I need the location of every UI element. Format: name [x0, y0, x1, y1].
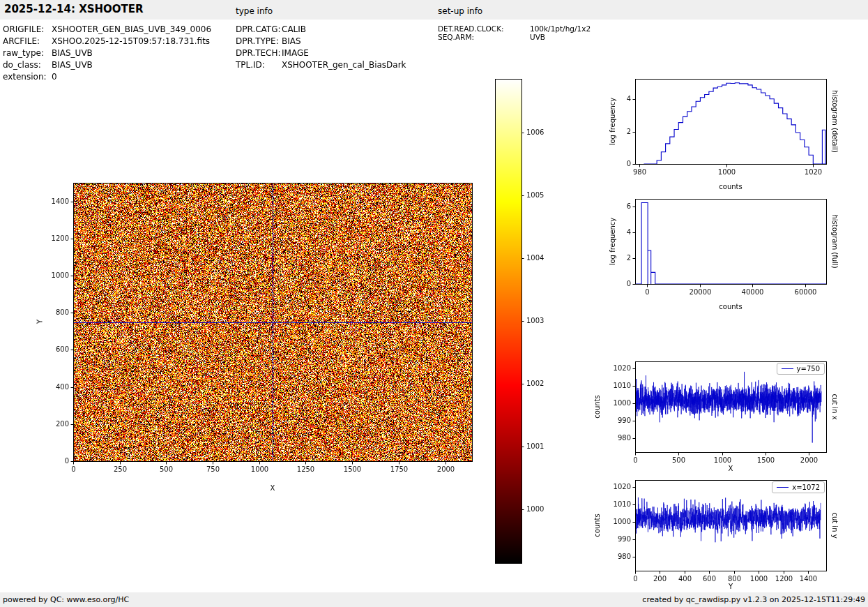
cut-in-x-legend: y=750 — [777, 363, 825, 375]
setup-info-heading: set-up info — [438, 6, 482, 16]
footer-bar: powered by QC: www.eso.org/HC created by… — [0, 592, 868, 607]
meta-row-doclass: do_class:BIAS_UVB — [3, 59, 211, 70]
meta-row-origfile: ORIGFILE:XSHOOTER_GEN_BIAS_UVB_349_0006 — [3, 23, 211, 35]
meta-label: extension: — [3, 72, 52, 82]
meta-value: BIAS_UVB — [52, 48, 93, 58]
meta-label: ARCFILE: — [3, 36, 52, 46]
meta-value: 0 — [52, 72, 57, 82]
meta-label: DPR.TYPE: — [236, 36, 282, 46]
cut-y-xaxis-label: Y — [729, 583, 733, 590]
hist-detail-xaxis-label: counts — [719, 183, 742, 190]
meta-row-rawtype: raw_type:BIAS_UVB — [3, 47, 211, 59]
image-yaxis-label: Y — [36, 320, 44, 324]
meta-row-extension: extension:0 — [3, 70, 211, 82]
header-bar: 2025-12-14: XSHOOTER type info set-up in… — [0, 0, 868, 20]
meta-label: SEQ.ARM: — [438, 33, 530, 41]
legend-line-icon — [777, 487, 789, 488]
meta-label: DPR.CATG: — [236, 24, 282, 34]
meta-value: XSHOO.2025-12-15T09:57:18.731.fits — [52, 36, 210, 46]
meta-row-seqarm: SEQ.ARM:UVB — [438, 33, 591, 41]
meta-value: CALIB — [282, 24, 306, 34]
meta-row-dprtech: DPR.TECH:IMAGE — [236, 47, 406, 59]
hist-detail-yaxis-label: log frequency — [609, 98, 616, 146]
footer-powered-by: powered by QC: www.eso.org/HC — [3, 595, 129, 604]
page-title: 2025-12-14: XSHOOTER — [4, 3, 144, 15]
cut-x-yaxis-label: counts — [593, 395, 601, 418]
cut-y-yaxis-label: counts — [593, 514, 601, 537]
hist-full-yaxis-label: log frequency — [609, 218, 616, 266]
type-info-heading: type info — [236, 6, 273, 16]
meta-row-readclock: DET.READ.CLOCK:100k/1pt/hg/1x2 — [438, 24, 591, 33]
cut-x-side-label: cut in x — [831, 394, 839, 419]
hist-full-side-label: histogram (full) — [831, 214, 839, 268]
footer-created-by: created by qc_rawdisp.py v1.2.3 on 2025-… — [642, 595, 865, 604]
meta-value: IMAGE — [282, 48, 309, 58]
cut-x-xaxis-label: X — [729, 465, 733, 472]
hist-full-xaxis-label: counts — [719, 303, 742, 310]
meta-row-dprcatg: DPR.CATG:CALIB — [236, 23, 406, 35]
type-info-block: DPR.CATG:CALIB DPR.TYPE:BIAS DPR.TECH:IM… — [236, 23, 406, 70]
cut-y-side-label: cut in y — [831, 512, 839, 538]
meta-label: DET.READ.CLOCK: — [438, 24, 530, 33]
cut-in-y-legend: x=1072 — [772, 481, 825, 493]
meta-label: ORIGFILE: — [3, 24, 52, 34]
setup-info-block: DET.READ.CLOCK:100k/1pt/hg/1x2 SEQ.ARM:U… — [438, 24, 591, 41]
meta-row-dprtype: DPR.TYPE:BIAS — [236, 35, 406, 47]
meta-value: XSHOOTER_GEN_BIAS_UVB_349_0006 — [52, 24, 211, 34]
meta-value: XSHOOTER_gen_cal_BiasDark — [282, 60, 406, 70]
meta-value: BIAS — [282, 36, 301, 46]
meta-label: do_class: — [3, 60, 52, 70]
meta-row-arcfile: ARCFILE:XSHOO.2025-12-15T09:57:18.731.fi… — [3, 35, 211, 47]
cut-in-x-legend-label: y=750 — [797, 365, 820, 373]
meta-label: DPR.TECH: — [236, 48, 282, 58]
cut-in-y-legend-label: x=1072 — [792, 484, 820, 491]
meta-value: 100k/1pt/hg/1x2 — [530, 24, 591, 33]
meta-label: raw_type: — [3, 48, 52, 58]
legend-line-icon — [782, 368, 793, 369]
hist-detail-side-label: histogram (detail) — [831, 90, 839, 153]
meta-value: UVB — [530, 33, 545, 41]
image-xaxis-label: X — [271, 484, 275, 492]
meta-label: TPL.ID: — [236, 60, 282, 70]
meta-value: BIAS_UVB — [52, 60, 93, 70]
meta-row-tplid: TPL.ID:XSHOOTER_gen_cal_BiasDark — [236, 59, 406, 70]
file-info-block: ORIGFILE:XSHOOTER_GEN_BIAS_UVB_349_0006 … — [3, 23, 211, 82]
